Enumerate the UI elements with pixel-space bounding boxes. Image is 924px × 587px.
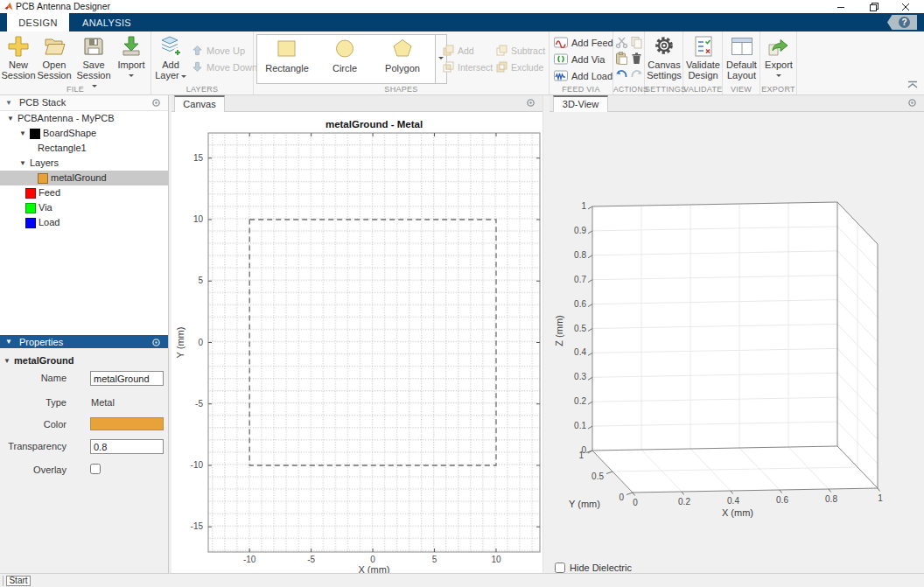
import-button[interactable]: Import xyxy=(114,33,149,86)
canvas-2d-plot[interactable]: -10-50510151050-5-10-15metalGround - Met… xyxy=(172,112,542,573)
minimize-icon xyxy=(836,3,845,11)
type-value: Metal xyxy=(91,397,115,408)
boolean-intersect-button[interactable]: Intersect xyxy=(443,59,493,74)
default-layout-button[interactable]: Default Layout xyxy=(723,33,760,86)
paste-button[interactable] xyxy=(615,52,628,66)
overlay-checkbox[interactable] xyxy=(90,464,101,474)
shape-circle-button[interactable]: Circle xyxy=(317,38,373,81)
cut-button[interactable] xyxy=(615,36,628,51)
tree-item-via[interactable]: Via xyxy=(0,200,168,215)
save-session-button[interactable]: Save Session xyxy=(74,33,114,86)
cut-icon xyxy=(615,36,628,49)
title-bar: PCB Antenna Designer xyxy=(0,0,924,13)
status-bar: Start xyxy=(0,573,924,587)
panel-splitter[interactable] xyxy=(542,95,550,573)
tree-item-label: Load xyxy=(38,217,60,227)
close-icon xyxy=(901,3,910,11)
color-swatch[interactable] xyxy=(90,417,164,430)
copy-button[interactable] xyxy=(630,36,643,51)
tree-item-rectangle1[interactable]: Rectangle1 xyxy=(0,141,168,156)
import-icon xyxy=(119,34,144,59)
tree-expand-arrow-icon[interactable]: ▼ xyxy=(19,159,26,167)
tree-item-layers[interactable]: ▼Layers xyxy=(0,156,168,171)
canvas-panel: -10-50510151050-5-10-15metalGround - Met… xyxy=(172,112,542,573)
tree-item-load[interactable]: Load xyxy=(0,215,168,230)
tree-item-boardshape[interactable]: ▼BoardShape xyxy=(0,126,168,141)
svg-text:1: 1 xyxy=(581,201,586,211)
tree-item-pcbantenna-mypcb[interactable]: ▼PCBAntenna - MyPCB xyxy=(0,111,168,126)
redo-button[interactable] xyxy=(630,67,643,82)
properties-body: ▼ metalGround Name Type Metal Color Tran… xyxy=(0,348,168,573)
left-panel: ▼ PCB Stack ▼PCBAntenna - MyPCB▼BoardSha… xyxy=(0,95,169,573)
svg-text:0.6: 0.6 xyxy=(776,495,788,505)
validate-design-button[interactable]: Validate Design xyxy=(683,33,723,86)
ribbon-section-layers: Add Layer Move Up Move Down LAYERS xyxy=(151,31,254,94)
name-field[interactable] xyxy=(90,371,164,386)
tab-canvas[interactable]: Canvas xyxy=(174,95,225,112)
tab-analysis[interactable]: ANALYSIS xyxy=(69,13,144,31)
svg-text:0.8: 0.8 xyxy=(825,494,837,504)
gear-icon xyxy=(652,34,676,59)
svg-text:0.7: 0.7 xyxy=(574,275,586,284)
ribbon-tab-bar: DESIGN ANALYSIS ? xyxy=(0,13,924,31)
move-up-button[interactable]: Move Up xyxy=(192,43,245,58)
view3d-zlabel: Z (mm) xyxy=(554,315,564,346)
boolean-exclude-button[interactable]: Exclude xyxy=(496,59,543,74)
open-session-button[interactable]: Open Session xyxy=(36,33,73,86)
tree-item-metalground[interactable]: metalGround xyxy=(0,171,168,185)
add-load-button[interactable]: Add Load xyxy=(554,68,612,83)
add-via-button[interactable]: Add Via xyxy=(554,52,605,66)
shape-polygon-button[interactable]: Polygon xyxy=(374,38,430,81)
ribbon-section-export: Export EXPORT xyxy=(760,31,797,94)
svg-text:1: 1 xyxy=(878,493,883,503)
canvas-gear-icon[interactable] xyxy=(526,98,536,109)
svg-text:15: 15 xyxy=(193,153,204,163)
boolean-subtract-button[interactable]: Subtract xyxy=(496,43,545,58)
add-layer-button[interactable]: Add Layer xyxy=(153,33,188,86)
tab-design[interactable]: DESIGN xyxy=(7,13,69,31)
undo-button[interactable] xyxy=(615,67,628,82)
matlab-logo-icon xyxy=(4,2,14,11)
ribbon-toolbar: New Session Open Session xyxy=(0,31,924,95)
restore-button[interactable] xyxy=(861,0,887,13)
export-button[interactable]: Export xyxy=(760,33,797,86)
transparency-field[interactable] xyxy=(90,439,164,454)
new-session-button[interactable]: New Session xyxy=(0,33,37,86)
minimize-button[interactable] xyxy=(828,0,854,13)
collapse-arrow-icon: ▼ xyxy=(5,99,12,107)
boolean-subtract-icon xyxy=(496,45,508,56)
tab-3d-view[interactable]: 3D-View xyxy=(553,95,608,112)
hide-dielectric-checkbox[interactable] xyxy=(555,563,565,573)
add-feed-button[interactable]: Add Feed xyxy=(554,35,613,50)
add-layer-icon xyxy=(158,34,183,59)
pcb-stack-header[interactable]: ▼ PCB Stack xyxy=(0,95,168,111)
ribbon-section-validate: Validate Design VALIDATE xyxy=(683,31,723,94)
dropdown-caret xyxy=(129,74,134,80)
svg-text:0: 0 xyxy=(633,498,638,507)
canvas-plot-title: metalGround - Metal xyxy=(326,119,423,129)
tree-item-feed[interactable]: Feed xyxy=(0,185,168,200)
collapse-ribbon-icon xyxy=(906,80,919,90)
help-button[interactable]: ? xyxy=(887,15,917,30)
view3d-plot[interactable]: 00.10.20.30.40.50.60.70.80.9100.20.40.60… xyxy=(550,112,924,573)
properties-title: Properties xyxy=(19,337,63,347)
tree-expand-arrow-icon[interactable]: ▼ xyxy=(19,129,26,137)
shape-rectangle-button[interactable]: Rectangle xyxy=(259,38,315,81)
redo-icon xyxy=(630,67,643,80)
collapse-arrow-icon: ▼ xyxy=(5,338,12,346)
restore-icon xyxy=(870,3,878,11)
boolean-intersect-icon xyxy=(443,61,454,73)
canvas-settings-button[interactable]: Canvas Settings xyxy=(645,33,683,86)
start-button[interactable]: Start xyxy=(6,576,31,586)
delete-icon xyxy=(630,52,643,65)
properties-header[interactable]: ▼ Properties xyxy=(0,335,168,348)
close-button[interactable] xyxy=(892,0,919,13)
view3d-gear-icon[interactable] xyxy=(907,98,917,109)
move-down-button[interactable]: Move Down xyxy=(192,59,257,74)
pcb-stack-gear-icon[interactable] xyxy=(151,98,161,109)
svg-text:0.5: 0.5 xyxy=(574,324,586,333)
collapse-ribbon-button[interactable] xyxy=(906,80,919,92)
delete-button[interactable] xyxy=(630,52,643,66)
boolean-add-button[interactable]: Add xyxy=(443,43,474,58)
tree-expand-arrow-icon[interactable]: ▼ xyxy=(7,115,14,122)
